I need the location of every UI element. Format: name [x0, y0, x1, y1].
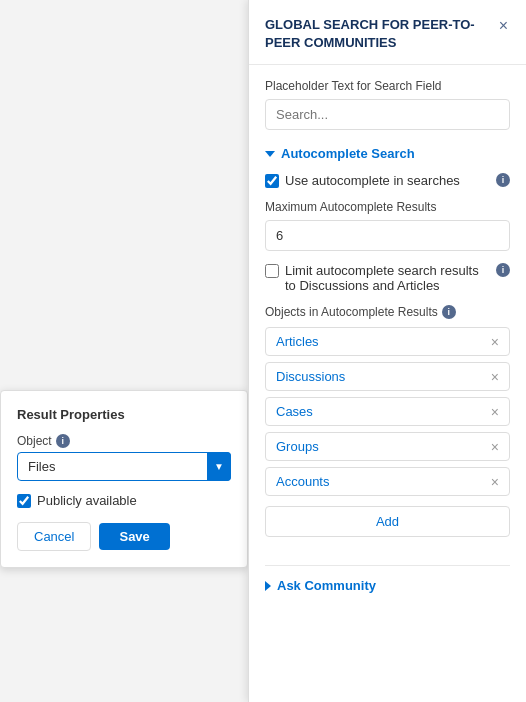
- ask-community-title: Ask Community: [277, 578, 376, 593]
- object-select[interactable]: Files Articles Discussions Cases: [17, 452, 231, 481]
- object-select-wrapper: Files Articles Discussions Cases ▼: [17, 452, 231, 481]
- limit-info-icon[interactable]: i: [496, 263, 510, 277]
- list-item: Accounts ×: [265, 467, 510, 496]
- publicly-available-checkbox[interactable]: [17, 494, 31, 508]
- save-button[interactable]: Save: [99, 523, 169, 550]
- close-icon[interactable]: ×: [497, 16, 510, 36]
- autocomplete-title: Autocomplete Search: [281, 146, 415, 161]
- result-properties-title: Result Properties: [17, 407, 231, 422]
- list-item: Cases ×: [265, 397, 510, 426]
- global-search-panel: GLOBAL SEARCH FOR PEER-TO-PEER COMMUNITI…: [248, 0, 526, 702]
- object-info-icon[interactable]: i: [56, 434, 70, 448]
- publicly-available-row: Publicly available: [17, 493, 231, 508]
- limit-checkbox[interactable]: [265, 264, 279, 278]
- tag-accounts-text: Accounts: [276, 474, 491, 489]
- chevron-right-icon: [265, 581, 271, 591]
- object-label-text: Object: [17, 434, 52, 448]
- tag-discussions-text: Discussions: [276, 369, 491, 384]
- max-results-label: Maximum Autocomplete Results: [265, 200, 510, 214]
- autocomplete-section: Autocomplete Search Use autocomplete in …: [265, 146, 510, 551]
- list-item: Articles ×: [265, 327, 510, 356]
- action-buttons: Cancel Save: [17, 522, 231, 551]
- remove-articles-icon[interactable]: ×: [491, 335, 499, 349]
- use-autocomplete-label: Use autocomplete in searches: [285, 173, 490, 188]
- objects-label-text: Objects in Autocomplete Results: [265, 305, 438, 319]
- max-results-input[interactable]: [265, 220, 510, 251]
- remove-discussions-icon[interactable]: ×: [491, 370, 499, 384]
- search-input[interactable]: [265, 99, 510, 130]
- object-field-label: Object i: [17, 434, 231, 448]
- result-properties-panel: Result Properties Object i Files Article…: [0, 390, 248, 568]
- publicly-available-label: Publicly available: [37, 493, 137, 508]
- panel-header: GLOBAL SEARCH FOR PEER-TO-PEER COMMUNITI…: [249, 0, 526, 65]
- tag-groups-text: Groups: [276, 439, 491, 454]
- autocomplete-objects-list: Articles × Discussions × Cases × Groups …: [265, 327, 510, 496]
- search-placeholder-label: Placeholder Text for Search Field: [265, 79, 510, 93]
- use-autocomplete-checkbox[interactable]: [265, 174, 279, 188]
- panel-body: Placeholder Text for Search Field Autoco…: [249, 65, 526, 619]
- remove-groups-icon[interactable]: ×: [491, 440, 499, 454]
- cancel-button[interactable]: Cancel: [17, 522, 91, 551]
- autocomplete-section-header[interactable]: Autocomplete Search: [265, 146, 510, 161]
- ask-community-section: Ask Community: [265, 565, 510, 593]
- tag-cases-text: Cases: [276, 404, 491, 419]
- limit-row: Limit autocomplete search results to Dis…: [265, 263, 510, 293]
- tag-articles-text: Articles: [276, 334, 491, 349]
- list-item: Discussions ×: [265, 362, 510, 391]
- ask-community-header[interactable]: Ask Community: [265, 578, 510, 593]
- remove-accounts-icon[interactable]: ×: [491, 475, 499, 489]
- chevron-down-icon: [265, 151, 275, 157]
- use-autocomplete-info-icon[interactable]: i: [496, 173, 510, 187]
- limit-label: Limit autocomplete search results to Dis…: [285, 263, 490, 293]
- panel-title: GLOBAL SEARCH FOR PEER-TO-PEER COMMUNITI…: [265, 16, 497, 52]
- objects-info-icon[interactable]: i: [442, 305, 456, 319]
- add-object-button[interactable]: Add: [265, 506, 510, 537]
- use-autocomplete-row: Use autocomplete in searches i: [265, 173, 510, 188]
- objects-label-row: Objects in Autocomplete Results i: [265, 305, 510, 319]
- list-item: Groups ×: [265, 432, 510, 461]
- remove-cases-icon[interactable]: ×: [491, 405, 499, 419]
